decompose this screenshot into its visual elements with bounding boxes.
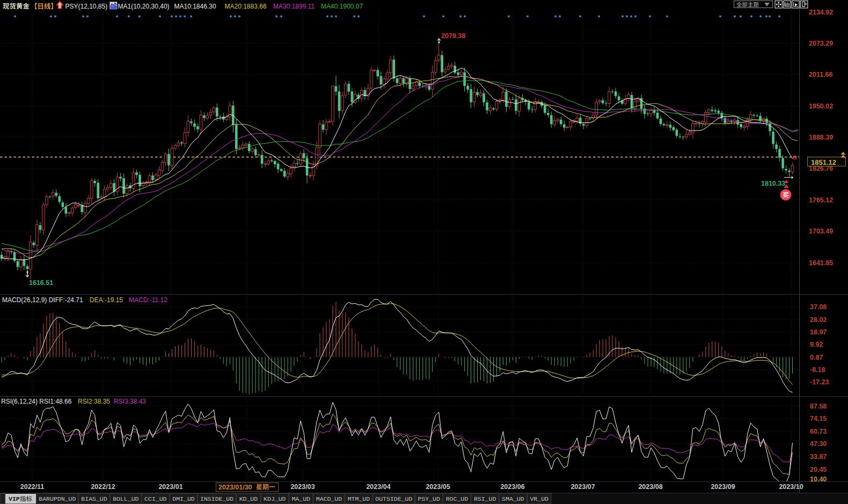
svg-text:2023/09: 2023/09 (711, 483, 735, 491)
svg-text:MACD_UD: MACD_UD (316, 495, 342, 502)
svg-text:BIAS_UD: BIAS_UD (81, 495, 107, 502)
svg-text:1810.33: 1810.33 (761, 180, 785, 187)
svg-text:2022/12: 2022/12 (91, 483, 115, 491)
svg-text:INSIDE_UD: INSIDE_UD (200, 495, 233, 502)
svg-text:OUTSIDE_UD: OUTSIDE_UD (375, 495, 412, 502)
svg-text:2073.29: 2073.29 (809, 40, 833, 47)
svg-text:20.45: 20.45 (810, 466, 827, 473)
svg-text:RSI_UD: RSI_UD (474, 495, 496, 502)
svg-text:2023/05: 2023/05 (426, 483, 450, 491)
svg-text:-17.23: -17.23 (810, 378, 829, 386)
svg-text:0.87: 0.87 (810, 354, 823, 361)
svg-text:RSI(6,12,24) RSI1:48.66: RSI(6,12,24) RSI1:48.66 (1, 398, 72, 405)
svg-text:2023/08: 2023/08 (638, 483, 662, 491)
svg-text:2134.92: 2134.92 (809, 9, 833, 16)
svg-text:2023/03: 2023/03 (290, 483, 315, 491)
svg-text:RSI2:38.35: RSI2:38.35 (78, 398, 110, 405)
svg-text:2022/11: 2022/11 (20, 483, 45, 491)
svg-text:47.30: 47.30 (810, 440, 827, 448)
svg-text:KDJ_UD: KDJ_UD (264, 495, 286, 502)
svg-text:87.58: 87.58 (810, 403, 827, 410)
svg-text:MTM_UD: MTM_UD (348, 495, 370, 502)
svg-text:SMA_UD: SMA_UD (502, 495, 524, 502)
svg-text:MA_UD: MA_UD (291, 495, 310, 502)
svg-text:2023/04: 2023/04 (366, 483, 390, 491)
svg-text:1888.39: 1888.39 (809, 134, 833, 141)
svg-text:1641.85: 1641.85 (809, 259, 833, 267)
svg-text:MA20:1883.66: MA20:1883.66 (225, 3, 267, 10)
svg-text:BARUPDN_UD: BARUPDN_UD (39, 495, 76, 502)
svg-text:60.73: 60.73 (810, 428, 827, 435)
svg-text:28.02: 28.02 (810, 316, 827, 324)
svg-text:MA1(10,20,30,40): MA1(10,20,30,40) (118, 3, 170, 10)
svg-text:1703.49: 1703.49 (809, 228, 833, 235)
svg-text:RSI3:38.43: RSI3:38.43 (114, 398, 146, 405)
svg-text:2023/06: 2023/06 (500, 483, 524, 491)
svg-text:MA40:1900.07: MA40:1900.07 (321, 3, 363, 10)
svg-text:MA30:1899.11: MA30:1899.11 (273, 3, 315, 10)
svg-text:1950.02: 1950.02 (809, 103, 833, 110)
svg-text:18.97: 18.97 (810, 328, 827, 336)
svg-text:CCI_UD: CCI_UD (144, 495, 167, 502)
svg-text:2023/10: 2023/10 (779, 483, 803, 491)
svg-text:ROC_UD: ROC_UD (446, 495, 469, 502)
svg-text:MACD:-11.12: MACD:-11.12 (129, 296, 167, 304)
svg-text:MACD(26,12,9) DIFF:-24.71: MACD(26,12,9) DIFF:-24.71 (2, 296, 83, 304)
svg-text:DMI_UD: DMI_UD (172, 495, 195, 502)
svg-text:VIP: VIP (9, 495, 20, 502)
svg-text:33.87: 33.87 (810, 453, 827, 461)
svg-text:1616.51: 1616.51 (29, 279, 53, 287)
svg-text:2079.38: 2079.38 (441, 32, 465, 40)
svg-text:KD_UD: KD_UD (239, 495, 258, 502)
svg-text:BOLL_UD: BOLL_UD (113, 495, 138, 502)
svg-text:-8.18: -8.18 (810, 366, 825, 374)
svg-text:9.92: 9.92 (810, 341, 823, 348)
svg-text:74.15: 74.15 (810, 415, 827, 422)
svg-text:1851.12: 1851.12 (811, 158, 836, 166)
svg-text:2011.66: 2011.66 (809, 71, 833, 78)
svg-text:PSY_UD: PSY_UD (418, 495, 440, 502)
svg-text:10.40: 10.40 (810, 476, 827, 483)
svg-text:2023/07: 2023/07 (571, 483, 595, 491)
svg-text:1765.12: 1765.12 (809, 196, 833, 204)
svg-text:MA10:1846.30: MA10:1846.30 (174, 3, 216, 10)
svg-text:PSY(12,10,85): PSY(12,10,85) (65, 3, 108, 10)
svg-text:VR_UD: VR_UD (530, 495, 549, 502)
svg-text:2023/01: 2023/01 (158, 483, 182, 491)
svg-text:DEA:-19.15: DEA:-19.15 (90, 296, 123, 304)
svg-text:37.08: 37.08 (810, 303, 827, 311)
svg-text:2023/01/30: 2023/01/30 (218, 484, 252, 491)
